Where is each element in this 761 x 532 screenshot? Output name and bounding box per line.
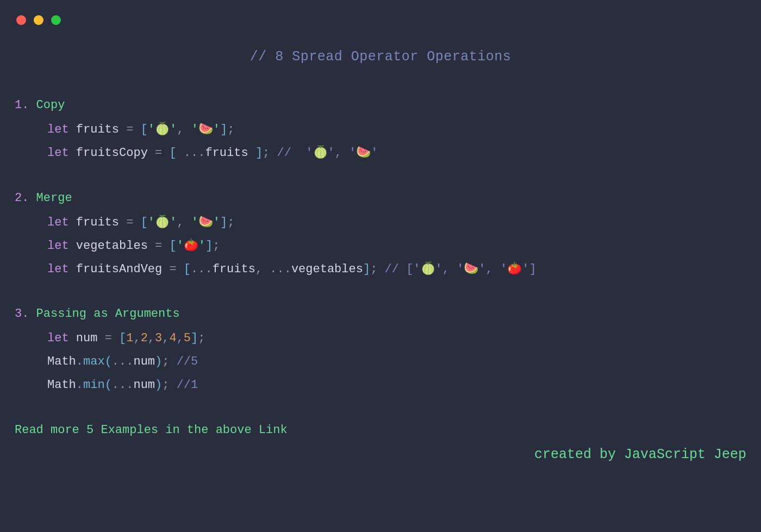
code-line: Math.min(...num); //1 [15,374,746,397]
section-title: Copy [36,98,65,112]
section-title: Passing as Arguments [36,307,180,321]
window-controls [16,15,61,25]
section-number: 3. [15,307,29,321]
section-copy: 1. Copy let fruits = ['🍈', '🍉']; let fru… [15,98,746,165]
title-comment: // 8 Spread Operator Operations [15,49,746,65]
code-line: let num = [1,2,3,4,5]; [15,327,746,351]
section-heading: 1. Copy [15,98,746,112]
maximize-icon[interactable] [51,15,61,25]
read-more-text: Read more 5 Examples in the above Link [15,423,746,437]
section-arguments: 3. Passing as Arguments let num = [1,2,3… [15,307,746,397]
section-number: 2. [15,191,29,205]
section-title: Merge [36,191,72,205]
section-heading: 3. Passing as Arguments [15,307,746,321]
code-content: // 8 Spread Operator Operations 1. Copy … [0,0,761,462]
section-merge: 2. Merge let fruits = ['🍈', '🍉']; let ve… [15,191,746,281]
credit-text: created by JavaScript Jeep [15,447,746,462]
code-line: let fruitsCopy = [ ...fruits ]; // '🍈', … [15,142,746,165]
code-line: let vegetables = ['🍅']; [15,235,746,258]
minimize-icon[interactable] [34,15,43,25]
section-number: 1. [15,98,29,112]
code-line: Math.max(...num); //5 [15,351,746,374]
code-line: let fruitsAndVeg = [...fruits, ...vegeta… [15,258,746,281]
close-icon[interactable] [16,15,26,25]
code-line: let fruits = ['🍈', '🍉']; [15,118,746,142]
code-line: let fruits = ['🍈', '🍉']; [15,211,746,235]
section-heading: 2. Merge [15,191,746,205]
